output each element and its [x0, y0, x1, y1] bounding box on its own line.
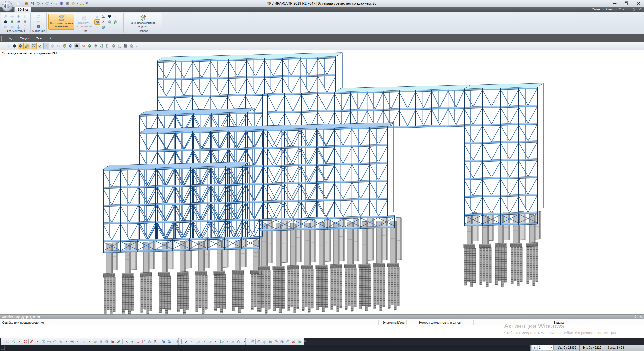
cube-green-icon[interactable] [87, 43, 92, 49]
film-icon[interactable] [123, 43, 128, 49]
style-menu[interactable]: Стиль [592, 8, 601, 11]
diamond-icon[interactable] [11, 339, 16, 344]
cube-redarrow-icon[interactable] [16, 19, 21, 24]
cube-redarrow-icon[interactable] [93, 43, 98, 49]
caret-icon[interactable] [64, 339, 69, 344]
close-icon[interactable] [636, 1, 641, 6]
menu-window[interactable]: Окно [32, 35, 46, 42]
axes-xy-icon[interactable]: XY [207, 339, 212, 344]
frame-x-icon[interactable] [124, 339, 129, 344]
building-icon[interactable] [18, 43, 24, 49]
cube-right-icon[interactable] [279, 339, 285, 344]
toolbar-grip[interactable] [248, 339, 248, 344]
show-deformations-button[interactable]: Показать деформации [75, 14, 93, 29]
show-sections-button[interactable]: Показать сечения элементов [48, 14, 74, 30]
cube-pale-icon[interactable] [50, 43, 55, 49]
wire-cube-icon[interactable] [6, 43, 11, 49]
loadcase-select[interactable]: 1. [538, 345, 554, 350]
orb-icon[interactable] [101, 25, 106, 30]
cube-gray-icon[interactable] [111, 43, 116, 49]
caret-icon[interactable] [224, 339, 230, 344]
rotate-u-icon[interactable] [236, 339, 241, 344]
cube-iso-icon[interactable] [297, 339, 302, 344]
circle-rot-icon[interactable] [52, 339, 57, 344]
grid-red-icon[interactable] [153, 339, 158, 344]
arr-r-icon[interactable] [9, 14, 14, 19]
cube-pale-icon[interactable] [94, 14, 99, 19]
close-icon[interactable] [639, 315, 642, 318]
cube-gray-icon[interactable] [22, 19, 27, 24]
grid3d-icon[interactable] [147, 339, 152, 344]
door-plus-icon[interactable] [22, 14, 27, 19]
loop-icon[interactable] [36, 14, 41, 19]
capsule-icon[interactable] [104, 339, 109, 344]
cube-dash-icon[interactable] [273, 339, 279, 344]
building-icon[interactable] [94, 19, 100, 25]
door-plus-icon[interactable] [99, 43, 104, 49]
caret-icon[interactable] [35, 339, 40, 344]
brush-icon[interactable] [116, 339, 121, 344]
pen-slash-icon[interactable] [81, 339, 86, 344]
toolbar-grip[interactable] [3, 339, 3, 344]
hatch-icon[interactable] [58, 339, 63, 344]
arr-l-icon[interactable] [9, 25, 14, 29]
circle-v-icon[interactable] [41, 339, 46, 344]
help-menu[interactable]: ? [619, 8, 621, 11]
cube-greendot-icon[interactable] [113, 19, 118, 24]
minimize-icon[interactable] [612, 1, 617, 6]
chevron-down-icon[interactable] [602, 9, 604, 10]
zoom-x-icon[interactable] [167, 339, 172, 344]
cube-corner-icon[interactable] [262, 339, 267, 344]
axes-rgb-icon[interactable] [37, 43, 43, 49]
frame-plus-icon[interactable] [130, 339, 135, 344]
cube-open-icon[interactable] [68, 43, 73, 49]
funnel-icon[interactable] [98, 339, 104, 344]
cube-green-icon[interactable] [9, 19, 14, 24]
arr-dn-icon[interactable] [16, 25, 21, 29]
anchor-icon[interactable] [189, 339, 195, 344]
column-header[interactable]: Номера элементов или узлов [406, 319, 473, 326]
chair-icon[interactable] [110, 339, 115, 344]
caret-icon[interactable] [213, 339, 218, 344]
caret-icon[interactable] [17, 339, 22, 344]
axes-xz-icon[interactable]: XZ [195, 339, 201, 344]
cube-gear-icon[interactable] [107, 19, 112, 24]
plane-icon[interactable] [43, 43, 49, 49]
zoom-in-icon[interactable] [161, 339, 166, 344]
axes-yz-icon[interactable]: YZ [219, 339, 224, 344]
model-3d-viewport[interactable]: Эстакада совместно со зданием.l3d [0, 50, 644, 315]
loadcase-icon[interactable] [532, 345, 537, 350]
ellipse-slash-icon[interactable] [28, 339, 34, 344]
mdi-restore-icon[interactable] [632, 8, 636, 11]
arr-ne-icon[interactable] [3, 14, 8, 19]
axes-red-icon[interactable] [117, 43, 122, 49]
loop-icon[interactable] [56, 43, 61, 49]
orb-icon[interactable] [62, 43, 67, 49]
cube-black-icon[interactable] [74, 43, 80, 49]
arr-up-icon[interactable] [16, 14, 21, 19]
film-icon[interactable] [36, 24, 41, 29]
circle-ef-icon[interactable]: EF [69, 339, 75, 344]
circle-h-icon[interactable] [46, 339, 52, 344]
fem-model-button[interactable]: Конечноэлементная модель [125, 14, 160, 29]
column-header[interactable]: Ошибка или предупреждение [2, 319, 44, 326]
pin-icon[interactable] [634, 315, 637, 318]
chevron-down-icon[interactable] [623, 9, 625, 10]
sel-poly-icon[interactable] [5, 339, 10, 344]
toolbar-grip[interactable] [2, 44, 4, 48]
cube-left-icon[interactable] [268, 339, 273, 344]
window-menu[interactable]: Окно [606, 8, 613, 11]
toolbar-grip[interactable] [1, 36, 3, 41]
axes-rgb-icon[interactable] [183, 339, 189, 344]
nloop-icon[interactable] [80, 43, 86, 49]
ibeam-icon[interactable] [31, 43, 37, 49]
surface-icon[interactable] [93, 339, 98, 344]
overflow-icon[interactable] [302, 339, 308, 344]
menu-view[interactable]: Вид [4, 35, 17, 42]
frame-slash-icon[interactable] [141, 339, 146, 344]
axes-red-icon[interactable] [101, 14, 106, 19]
cube-greendot-icon[interactable] [24, 43, 30, 49]
nloop-icon[interactable] [36, 19, 41, 24]
door-icon[interactable] [22, 25, 27, 29]
caret-icon[interactable] [75, 339, 80, 344]
